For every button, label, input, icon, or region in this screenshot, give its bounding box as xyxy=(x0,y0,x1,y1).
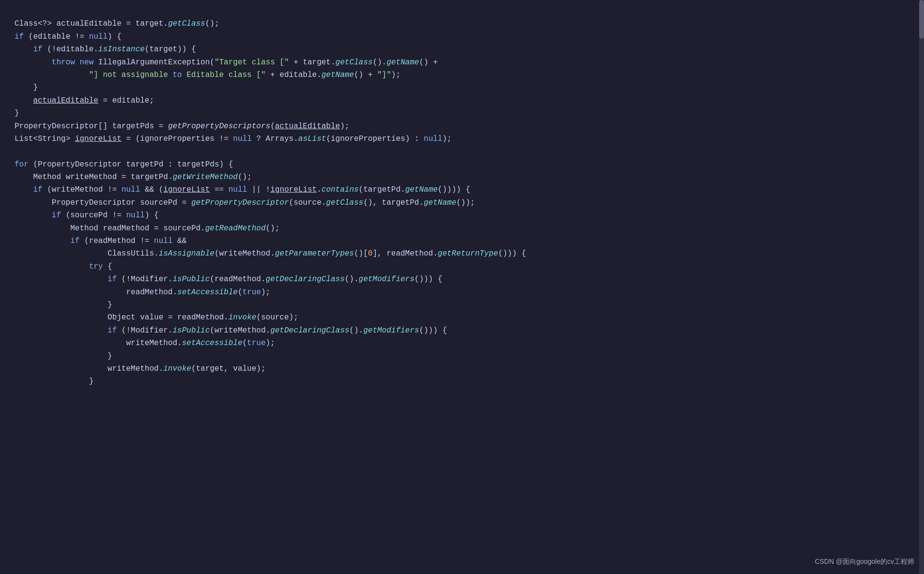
scrollbar[interactable] xyxy=(919,0,924,574)
code-block: Class<?> actualEditable = target.getClas… xyxy=(15,5,909,401)
scrollbar-thumb[interactable] xyxy=(919,0,924,39)
code-container: Class<?> actualEditable = target.getClas… xyxy=(0,0,924,574)
watermark: CSDN @面向googole的cv工程师 xyxy=(815,556,914,567)
